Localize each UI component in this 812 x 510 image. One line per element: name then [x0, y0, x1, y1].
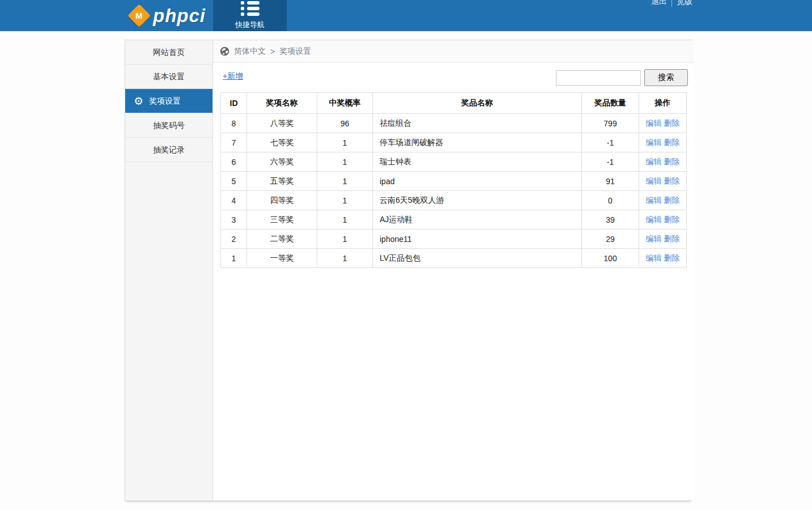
edit-link[interactable]: 编辑: [646, 234, 662, 243]
table-header-row: ID奖项名称中奖概率奖品名称奖品数量操作: [221, 93, 687, 114]
logout-link[interactable]: 退出: [651, 0, 667, 7]
top-header-bar: M phpci 快捷导航 退出 宽版: [0, 0, 812, 31]
table-row: 1一等奖1LV正品包包100编辑删除: [221, 249, 687, 268]
list-menu-icon: [241, 0, 260, 18]
logo-link[interactable]: M phpci: [131, 0, 206, 31]
table-cell: 六等奖: [247, 152, 317, 172]
table-body: 8八等奖96祛痘组合799编辑删除7七等奖1停车场道闸破解器-1编辑删除6六等奖…: [221, 114, 687, 268]
main-panel: 简体中文 > 奖项设置 +新增 搜索 ID奖项名称中奖概率奖品名称奖品数量操作 …: [213, 40, 694, 500]
table-cell: 4: [221, 191, 247, 210]
column-header: 中奖概率: [317, 93, 373, 114]
edit-link[interactable]: 编辑: [646, 176, 662, 185]
table-cell: 100: [582, 249, 639, 268]
table-cell: LV正品包包: [373, 249, 582, 268]
delete-link[interactable]: 删除: [664, 118, 680, 128]
actions-cell: 编辑删除: [639, 172, 687, 191]
search-group: 搜索: [556, 69, 688, 86]
breadcrumb-page: 奖项设置: [279, 46, 311, 57]
column-header: ID: [221, 93, 247, 114]
table-cell: 五等奖: [247, 172, 317, 191]
table-cell: 6: [221, 152, 247, 172]
column-header: 操作: [639, 93, 687, 114]
table-cell: 七等奖: [247, 133, 317, 152]
globe-icon: [220, 46, 229, 56]
table-row: 3三等奖1AJ运动鞋39编辑删除: [221, 210, 687, 230]
table-cell: 三等奖: [247, 210, 317, 230]
edit-link[interactable]: 编辑: [646, 215, 662, 224]
wide-version-link[interactable]: 宽版: [677, 0, 692, 7]
delete-link[interactable]: 删除: [664, 215, 680, 224]
table-cell: 一等奖: [247, 249, 317, 268]
table-cell: 1: [317, 152, 373, 172]
table-row: 5五等奖1ipad91编辑删除: [221, 172, 687, 191]
breadcrumb-lang: 简体中文: [234, 46, 266, 57]
column-header: 奖项名称: [247, 93, 317, 114]
logo-badge-icon: M: [127, 4, 151, 27]
delete-link[interactable]: 删除: [664, 196, 680, 205]
table-cell: 3: [221, 210, 247, 230]
table-row: 4四等奖1云南6天5晚双人游0编辑删除: [221, 191, 687, 210]
delete-link[interactable]: 删除: [664, 138, 680, 147]
sidebar-item-奖项设置[interactable]: ⚙奖项设置: [125, 89, 212, 113]
table-cell: 云南6天5晚双人游: [373, 191, 582, 210]
actions-cell: 编辑删除: [639, 133, 687, 152]
table-cell: 1: [317, 191, 373, 210]
sidebar-menu: 网站首页基本设置⚙奖项设置抽奖码号抽奖记录: [125, 40, 213, 500]
edit-link[interactable]: 编辑: [646, 138, 662, 147]
search-input[interactable]: [556, 70, 641, 86]
actions-cell: 编辑删除: [639, 249, 687, 268]
table-cell: 瑞士钟表: [373, 152, 582, 172]
column-header: 奖品名称: [373, 93, 582, 114]
table-cell: 1: [317, 210, 373, 230]
sidebar-item-基本设置[interactable]: 基本设置: [125, 65, 212, 89]
breadcrumb-separator: >: [270, 47, 275, 56]
table-cell: 96: [317, 114, 373, 133]
table-cell: 39: [582, 210, 639, 230]
logo-text: phpci: [153, 5, 206, 27]
quick-nav-label: 快捷导航: [235, 20, 265, 30]
table-toolbar: +新增 搜索: [213, 63, 694, 90]
edit-link[interactable]: 编辑: [646, 157, 662, 166]
table-cell: 799: [582, 114, 639, 133]
search-button[interactable]: 搜索: [644, 69, 688, 86]
table-cell: 7: [221, 133, 247, 152]
actions-cell: 编辑删除: [639, 191, 687, 210]
sidebar-item-网站首页[interactable]: 网站首页: [125, 40, 212, 65]
sidebar-item-label: 抽奖记录: [153, 145, 185, 154]
table-cell: 29: [582, 230, 639, 249]
table-cell: -1: [582, 152, 639, 172]
actions-cell: 编辑删除: [639, 230, 687, 249]
table-cell: 1: [317, 172, 373, 191]
prizes-table: ID奖项名称中奖概率奖品名称奖品数量操作 8八等奖96祛痘组合799编辑删除7七…: [220, 92, 687, 268]
delete-link[interactable]: 删除: [664, 253, 680, 262]
delete-link[interactable]: 删除: [664, 157, 680, 166]
table-cell: 八等奖: [247, 114, 317, 133]
table-cell: ipad: [373, 172, 582, 191]
sidebar-item-抽奖码号[interactable]: 抽奖码号: [125, 113, 212, 138]
add-new-link[interactable]: +新增: [223, 71, 243, 82]
table-cell: 8: [221, 114, 247, 133]
table-cell: 停车场道闸破解器: [373, 133, 582, 152]
quick-nav-tab[interactable]: 快捷导航: [213, 0, 287, 31]
gear-icon: ⚙: [134, 96, 143, 107]
edit-link[interactable]: 编辑: [646, 118, 662, 128]
sidebar-item-抽奖记录[interactable]: 抽奖记录: [125, 138, 212, 162]
table-cell: 1: [317, 230, 373, 249]
delete-link[interactable]: 删除: [664, 176, 680, 185]
table-area: ID奖项名称中奖概率奖品名称奖品数量操作 8八等奖96祛痘组合799编辑删除7七…: [213, 90, 694, 268]
edit-link[interactable]: 编辑: [646, 253, 662, 262]
table-cell: 二等奖: [247, 230, 317, 249]
table-cell: iphone11: [373, 230, 582, 249]
table-cell: 四等奖: [247, 191, 317, 210]
table-cell: -1: [582, 133, 639, 152]
actions-cell: 编辑删除: [639, 114, 687, 133]
table-row: 6六等奖1瑞士钟表-1编辑删除: [221, 152, 687, 172]
sidebar-item-label: 奖项设置: [149, 89, 181, 113]
edit-link[interactable]: 编辑: [646, 196, 662, 205]
breadcrumb: 简体中文 > 奖项设置: [213, 40, 694, 63]
table-cell: 1: [221, 249, 247, 268]
delete-link[interactable]: 删除: [664, 234, 680, 243]
sidebar-item-label: 抽奖码号: [153, 121, 185, 130]
actions-cell: 编辑删除: [639, 210, 687, 230]
table-cell: 0: [582, 191, 639, 210]
